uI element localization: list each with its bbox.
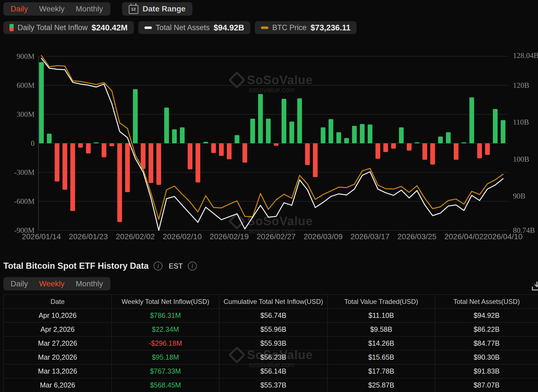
inflow-bar[interactable] bbox=[407, 143, 411, 151]
inflow-bar[interactable] bbox=[493, 109, 498, 143]
inflow-bar[interactable] bbox=[164, 108, 169, 143]
download-icon[interactable] bbox=[531, 280, 538, 292]
date-range-button[interactable]: 12 Date Range bbox=[122, 2, 192, 16]
inflow-bar[interactable] bbox=[172, 129, 177, 143]
inflow-bar[interactable] bbox=[62, 143, 67, 190]
inflow-bar[interactable] bbox=[156, 143, 161, 185]
inflow-bar[interactable] bbox=[289, 122, 294, 143]
inflow-bar[interactable] bbox=[422, 143, 427, 160]
inflow-bar[interactable] bbox=[86, 143, 91, 153]
inflow-bar[interactable] bbox=[195, 143, 200, 182]
inflow-bar[interactable] bbox=[110, 143, 114, 146]
legend-item[interactable]: Daily Total Net Inflow$240.42M bbox=[3, 21, 134, 34]
table-value-cell: $14.26B bbox=[328, 337, 435, 350]
inflow-bar[interactable] bbox=[336, 132, 341, 143]
history-table: DateWeekly Total Net Inflow(USD)Cumulati… bbox=[3, 294, 538, 392]
inflow-bar[interactable] bbox=[94, 142, 98, 143]
tab-monthly[interactable]: Monthly bbox=[76, 4, 103, 13]
inflow-bar[interactable] bbox=[344, 138, 349, 143]
inflow-bar[interactable] bbox=[219, 143, 224, 156]
table-value-cell: $87.07B bbox=[435, 378, 538, 392]
info-icon[interactable]: i bbox=[188, 262, 197, 270]
inflow-bar[interactable] bbox=[282, 99, 286, 143]
legend-item[interactable]: Total Net Assets$94.92B bbox=[138, 21, 250, 34]
x-axis-tick: 2026/02/19 bbox=[210, 232, 249, 241]
table-period-tabs: DailyWeeklyMonthly bbox=[3, 277, 110, 291]
table-value-cell: $22.34M bbox=[112, 323, 219, 337]
tab-monthly[interactable]: Monthly bbox=[76, 279, 103, 288]
inflow-bar[interactable] bbox=[141, 143, 146, 169]
inflow-bar[interactable] bbox=[383, 143, 388, 152]
inflow-bar[interactable] bbox=[360, 124, 365, 143]
inflow-bar[interactable] bbox=[203, 142, 208, 143]
inflow-bar[interactable] bbox=[430, 143, 435, 164]
inflow-bar[interactable] bbox=[47, 134, 52, 143]
inflow-bar[interactable] bbox=[125, 143, 130, 192]
inflow-bar[interactable] bbox=[180, 127, 185, 143]
inflow-bar[interactable] bbox=[321, 127, 326, 143]
left-axis-tick: -300M bbox=[14, 168, 35, 176]
inflow-bar[interactable] bbox=[133, 89, 138, 143]
left-axis-tick: 0 bbox=[31, 139, 35, 147]
inflow-chart[interactable]: 900M600M300M0-300M-600M-900M128.04B120B1… bbox=[0, 0, 538, 248]
inflow-bar[interactable] bbox=[469, 97, 474, 143]
table-date-cell: Mar 20,2026 bbox=[4, 350, 112, 364]
inflow-bar[interactable] bbox=[39, 62, 44, 143]
inflow-bar[interactable] bbox=[149, 143, 153, 183]
inflow-bar[interactable] bbox=[446, 132, 451, 143]
inflow-bar[interactable] bbox=[415, 142, 419, 143]
inflow-bar[interactable] bbox=[438, 137, 443, 143]
table-header-cell: Weekly Total Net Inflow(USD) bbox=[112, 295, 219, 309]
inflow-bar[interactable] bbox=[305, 143, 310, 165]
left-axis-tick: 900M bbox=[16, 52, 35, 61]
inflow-bar[interactable] bbox=[55, 143, 59, 182]
inflow-bar[interactable] bbox=[70, 143, 75, 211]
chart-period-tabs: DailyWeeklyMonthly bbox=[3, 2, 110, 16]
x-axis-tick: 2026/03/17 bbox=[350, 232, 389, 241]
table-header-cell: Total Value Traded(USD) bbox=[328, 295, 435, 309]
inflow-bar[interactable] bbox=[250, 119, 255, 143]
info-icon[interactable]: i bbox=[154, 262, 163, 270]
inflow-bar[interactable] bbox=[485, 143, 490, 155]
table-value-cell: $56.23B bbox=[219, 350, 328, 364]
inflow-bar[interactable] bbox=[78, 143, 83, 148]
inflow-bar[interactable] bbox=[454, 143, 459, 160]
inflow-bar[interactable] bbox=[391, 143, 396, 149]
tab-weekly[interactable]: Weekly bbox=[39, 4, 64, 13]
btc-price-line bbox=[42, 55, 503, 219]
inflow-bar[interactable] bbox=[266, 119, 271, 143]
tab-weekly[interactable]: Weekly bbox=[39, 279, 64, 288]
etf-dashboard: { "colors": { "accent": "#f4502c", "gree… bbox=[0, 0, 538, 392]
inflow-bar[interactable] bbox=[368, 124, 372, 143]
inflow-bar[interactable] bbox=[352, 126, 357, 143]
inflow-bar[interactable] bbox=[329, 119, 333, 143]
inflow-bar[interactable] bbox=[235, 135, 239, 143]
inflow-bar[interactable] bbox=[188, 143, 192, 170]
legend-value: $240.42M bbox=[92, 23, 128, 32]
inflow-bar[interactable] bbox=[462, 142, 466, 143]
section-title: Total Bitcoin Spot ETF History Data bbox=[3, 261, 149, 271]
inflow-bar[interactable] bbox=[211, 143, 216, 153]
inflow-bar[interactable] bbox=[375, 143, 380, 159]
table-date-cell: Mar 6,2026 bbox=[4, 378, 112, 392]
tab-daily[interactable]: Daily bbox=[11, 279, 28, 288]
inflow-bar[interactable] bbox=[243, 143, 247, 163]
inflow-bar[interactable] bbox=[274, 143, 278, 146]
gold-dash-icon bbox=[261, 26, 268, 29]
inflow-bar[interactable] bbox=[102, 143, 106, 157]
tab-daily[interactable]: Daily bbox=[11, 4, 28, 13]
legend-item[interactable]: BTC Price$73,236.11 bbox=[255, 21, 357, 34]
inflow-bar[interactable] bbox=[399, 127, 404, 143]
legend-label: Daily Total Net Inflow bbox=[18, 23, 88, 32]
x-axis-tick: 2026/01/14 bbox=[22, 232, 61, 241]
inflow-bar[interactable] bbox=[258, 94, 263, 143]
inflow-bar[interactable] bbox=[297, 98, 302, 143]
timezone-label: EST bbox=[169, 262, 183, 270]
inflow-bar[interactable] bbox=[227, 143, 232, 159]
inflow-bar[interactable] bbox=[477, 143, 482, 158]
inflow-bar[interactable] bbox=[313, 143, 318, 177]
inflow-bar[interactable] bbox=[501, 120, 505, 143]
inflow-bar[interactable] bbox=[117, 143, 122, 222]
date-range-label: Date Range bbox=[143, 4, 186, 13]
right-axis-tick: 120B bbox=[513, 81, 529, 89]
